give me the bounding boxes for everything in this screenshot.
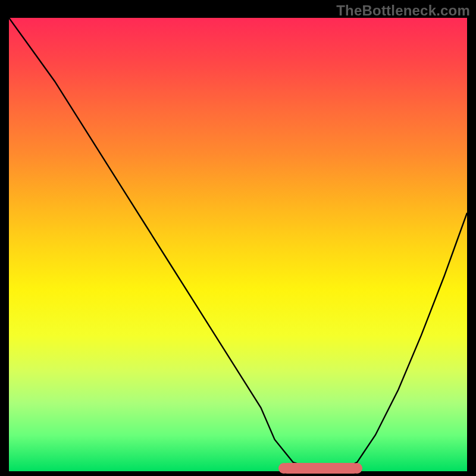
optimal-range-left-dot: [278, 463, 289, 474]
optimal-range-right-dot: [352, 463, 362, 474]
optimal-range-band: [281, 463, 359, 474]
bottleneck-curve: [9, 18, 467, 471]
curve-path: [9, 18, 467, 471]
chart-frame: TheBottleneck.com: [0, 0, 476, 476]
watermark-text: TheBottleneck.com: [336, 2, 470, 19]
plot-area: [9, 18, 467, 471]
